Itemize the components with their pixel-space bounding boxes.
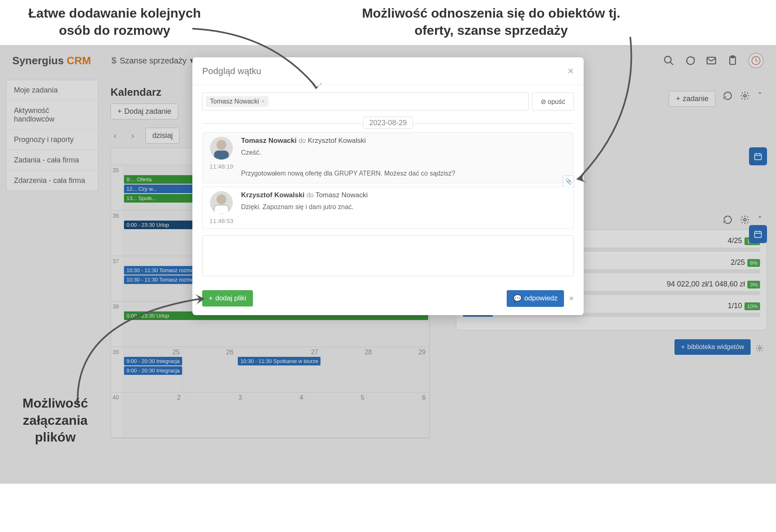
annotation-object-reference: Możliwość odnoszenia się do obiektów tj.… [348,5,634,39]
leave-button[interactable]: ⊘ opuść [532,92,574,110]
chat-icon: 💬 [513,294,522,303]
message-sender: Krzysztof Kowalski [241,191,305,199]
plus-icon: + [209,294,213,302]
reply-button[interactable]: 💬odpowiedz [507,290,564,307]
thread-preview-modal: Podgląd wątku × Tomasz Nowacki × ⊘ opuść… [192,57,584,315]
participant-chip: Tomasz Nowacki × [206,96,268,107]
close-icon[interactable]: × [568,65,574,77]
attachment-icon[interactable]: 📎 [563,176,574,187]
add-files-button[interactable]: +dodaj pliki [202,290,253,307]
leave-icon: ⊘ [541,98,546,105]
annotation-attach-files: Możliwość załączania plików [10,395,100,446]
message: 11:48:19Tomasz Nowacki do Krzysztof Kowa… [202,132,574,183]
message-time: 11:48:53 [210,217,233,224]
message-sender: Tomasz Nowacki [241,137,297,144]
avatar [210,137,233,160]
message-time: 11:48:19 [210,163,233,170]
message-text: Cześć.Przygotowałem nową ofertę dla GRUP… [241,147,569,179]
reply-textarea[interactable] [202,235,574,276]
cancel-icon[interactable]: × [569,294,574,303]
annotation-add-people: Łatwe dodawanie kolejnych osób do rozmow… [12,5,217,39]
date-separator: 2023-08-29 [202,119,574,127]
message-text: Dzięki. Zapoznam się i dam jutro znać. [241,202,569,212]
svg-rect-20 [214,151,229,160]
message-recipient: Krzysztof Kowalski [308,137,366,144]
svg-point-21 [217,194,226,204]
modal-title: Podgląd wątku [202,66,261,77]
message: 11:48:53Krzysztof Kowalski do Tomasz Now… [202,187,574,229]
svg-point-19 [217,140,226,150]
message-to-label: do [307,192,314,198]
svg-rect-22 [214,205,229,214]
message-recipient: Tomasz Nowacki [316,191,368,199]
message-to-label: do [298,137,306,144]
avatar [210,191,233,214]
participants-input[interactable]: Tomasz Nowacki × [202,92,529,110]
remove-chip-icon[interactable]: × [262,99,264,104]
